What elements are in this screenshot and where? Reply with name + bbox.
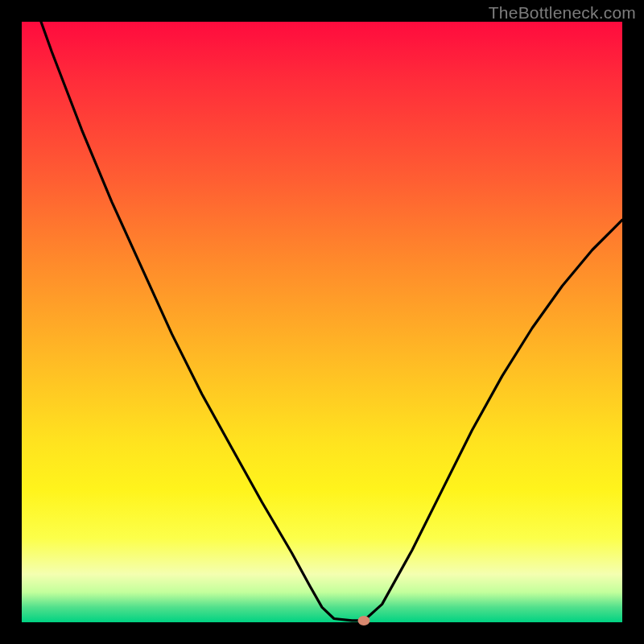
plot-area: [22, 22, 622, 622]
chart-frame: TheBottleneck.com: [0, 0, 644, 644]
bottleneck-curve: [22, 22, 622, 622]
watermark-text: TheBottleneck.com: [489, 3, 636, 23]
optimal-point-marker: [358, 616, 370, 625]
